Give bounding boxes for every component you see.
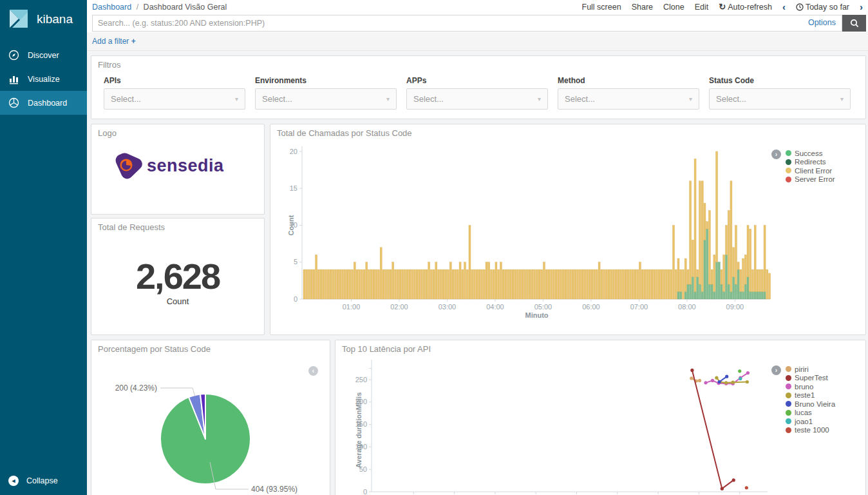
apis-select[interactable]: Select... ▾ [104,88,245,110]
legend-item[interactable]: Bruno Vieira [786,400,835,409]
options-link[interactable]: Options [808,18,836,27]
chevron-down-icon: ▾ [840,95,844,102]
legend-item[interactable]: SuperTest [786,374,835,383]
svg-text:Average durationMillis: Average durationMillis [355,393,363,469]
legend-label: Success [795,150,822,157]
legend-label: SuperTest [795,374,828,382]
legend-toggle-icon[interactable]: › [771,150,781,159]
kibana-logo[interactable]: kibana [0,0,87,43]
time-forward-button[interactable]: › [860,2,863,12]
sidebar-item-label: Discover [28,51,59,60]
svg-text:Minuto: Minuto [525,311,548,319]
chevron-down-icon: ▾ [235,95,238,102]
legend-color-dot [786,427,791,433]
kibana-dashboard-page: kibana Discover Visualize [0,0,868,495]
filter-group-method: Method Select... ▾ [558,76,699,110]
panel-title: Porcentagem por Status Code [98,344,211,354]
query-bar: Options [87,14,868,32]
clone-button[interactable]: Clone [663,3,684,12]
legend-toggle-icon[interactable]: ‹ [308,366,318,376]
auto-refresh-button[interactable]: ↻Auto-refresh [719,2,772,12]
breadcrumb: Dashboard / Dashboard Visão Geral [92,3,227,12]
apps-select[interactable]: Select... ▾ [406,88,548,110]
panel-title: Total de Requests [98,222,165,232]
panel-title: Logo [98,128,117,138]
legend-label: Client Error [795,167,832,175]
legend-label: Redirects [795,158,826,166]
sidebar: kibana Discover Visualize [0,0,87,495]
magnifier-icon [850,19,859,28]
legend-color-dot [786,375,791,381]
legend-item[interactable]: joao1 [786,417,835,426]
time-range-button[interactable]: Today so far [796,3,849,12]
search-button[interactable] [842,15,866,32]
svg-text:01:00: 01:00 [343,303,361,311]
status-code-select[interactable]: Select... ▾ [709,88,851,110]
total-requests-value: 2,628 [91,258,264,295]
status-percentage-pie-chart: 200 (4.23%)404 (93.95%) [91,340,330,495]
legend-item[interactable]: piriri [786,365,835,374]
time-back-button[interactable]: ‹ [782,2,786,12]
latency-series [690,369,750,490]
legend-label: Bruno Vieira [795,400,835,408]
edit-button[interactable]: Edit [695,3,709,12]
panel-title: Top 10 Latência por API [342,344,431,354]
series-point-SuperTest [721,487,724,490]
svg-text:03:00: 03:00 [439,303,457,311]
panel-status-calls-chart: Total de Chamadas por Status Code 051015… [270,124,866,335]
dashboard-icon [8,97,19,108]
sidebar-collapse-button[interactable]: ◄ Collapse [0,469,87,492]
svg-text:02:00: 02:00 [390,303,408,311]
environments-select[interactable]: Select... ▾ [255,88,397,110]
legend-color-dot [786,177,791,182]
panel-total-requests: Total de Requests 2,628 Count [91,218,265,335]
line-chart-axes: 05010015020025001:0002:0003:0004:0005:00… [355,360,768,495]
legend-label: lucas [795,409,812,416]
legend-label: teste1 [795,391,815,399]
search-input[interactable] [92,15,842,32]
sidebar-item-label: Dashboard [28,99,67,108]
breadcrumb-separator: / [137,3,138,12]
legend-toggle-icon[interactable]: › [771,365,781,375]
legend-color-dot [786,393,791,398]
sidebar-item-label: Visualize [28,75,60,84]
sidebar-item-visualize[interactable]: Visualize [0,67,87,91]
chevron-down-icon: ▾ [538,95,541,102]
panel-filtros: Filtros APIs Select... ▾ Environments Se… [91,55,866,119]
status-calls-legend: SuccessRedirectsClient ErrorServer Error [786,149,835,184]
bar-chart-icon [8,73,19,84]
legend-item[interactable]: Success [786,149,835,158]
series-point-teste1 [724,381,728,384]
series-point-bruno [711,379,714,382]
svg-text:Count: Count [287,215,295,235]
legend-item[interactable]: teste1 [786,391,835,400]
legend-item[interactable]: Server Error [786,175,835,184]
sidebar-item-dashboard[interactable]: Dashboard [0,91,87,115]
add-filter-button[interactable]: Add a filter + [92,37,136,46]
full-screen-button[interactable]: Full screen [582,3,621,12]
series-point-Bruno Vieira [717,380,721,383]
svg-text:0: 0 [294,295,297,303]
select-value: Select... [565,94,595,104]
legend-label: Server Error [795,175,835,183]
filter-label: Method [558,76,699,85]
legend-item[interactable]: Redirects [786,158,835,167]
method-select[interactable]: Select... ▾ [558,88,699,110]
legend-color-dot [786,383,791,389]
series-point-SuperTest [732,478,735,481]
plus-icon: + [131,37,136,46]
filter-label: APIs [104,76,245,85]
breadcrumb-dashboard-link[interactable]: Dashboard [92,3,131,12]
legend-item[interactable]: lucas [786,409,835,418]
sidebar-item-discover[interactable]: Discover [0,43,87,67]
legend-color-dot [786,150,791,156]
legend-item[interactable]: bruno [786,382,835,391]
filter-group-environments: Environments Select... ▾ [255,76,397,110]
bars-group [303,151,771,299]
latency-legend: piririSuperTestbrunoteste1Bruno Vieiralu… [786,365,835,434]
compass-icon [8,50,19,61]
legend-item[interactable]: Client Error [786,166,835,175]
legend-item[interactable]: teste 1000 [786,426,835,435]
share-button[interactable]: Share [632,3,653,12]
select-value: Select... [413,94,444,104]
